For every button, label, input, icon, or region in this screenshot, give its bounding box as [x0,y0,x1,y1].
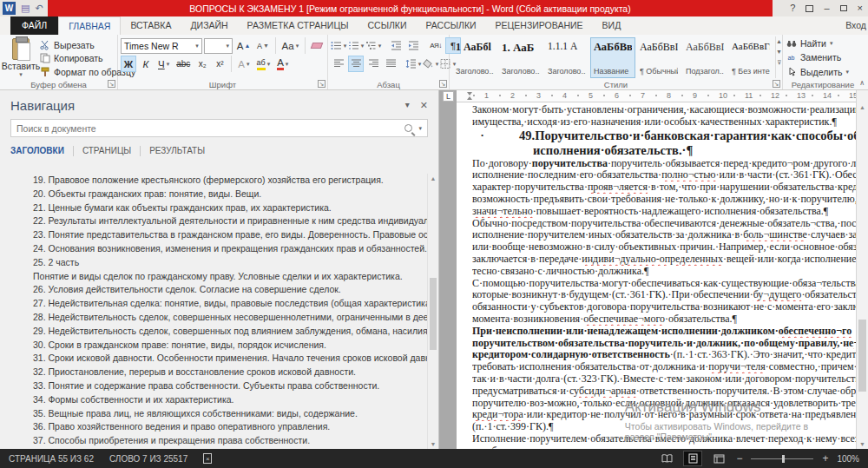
ribbon-tab-вставка[interactable]: ВСТАВКА [121,16,181,35]
increase-indent-button[interactable] [405,37,421,54]
bullet-list-button[interactable]: ▾ [331,37,346,54]
italic-button[interactable]: К [138,56,154,72]
doc-line[interactable]: тесно·связано·с·личностью·должника.¶ [472,266,856,278]
doc-line[interactable]: требовать·исполнения·обязательства·от·до… [472,361,856,373]
indent-markers[interactable] [467,92,473,100]
doc-line[interactable]: значи¬тельно·повышает·вероятность·надлеж… [472,206,856,218]
doc-line[interactable]: предусматриваться·и·субсиди¬арная·ответс… [472,386,856,398]
style-card-обычный[interactable]: АаБбВвІ¶ Обычный [636,37,681,78]
ribbon-tab-ссылки[interactable]: ССЫЛКИ [358,16,416,35]
ribbon-tab-вид[interactable]: ВИД [593,16,631,35]
heading-item[interactable]: 22. Результаты интеллектуальной деятельн… [0,214,427,228]
save-icon[interactable]: ▤ [21,2,30,15]
heading-item[interactable]: 20. Объекты гражданских прав: понятие, в… [0,188,427,201]
zoom-out-button[interactable]: − [736,452,742,465]
style-card-заголово[interactable]: 1.1.1 АЗаголово... [544,37,589,78]
doc-line[interactable]: При·неисполнении·или·ненадлежащем·исполн… [472,326,856,338]
style-card-заголово[interactable]: 1 АаБбlЗаголово... [452,37,497,78]
ribbon-tab-рецензирование[interactable]: РЕЦЕНЗИРОВАНИЕ [486,16,593,35]
search-dropdown-icon[interactable]: ▾ [418,125,422,132]
multilevel-list-button[interactable]: ▾ [365,37,381,54]
nav-tab-страницы[interactable]: СТРАНИЦЫ [74,146,141,156]
text-effects-button[interactable]: А▾ [235,56,252,72]
doc-line[interactable]: характер·поручительства·прояв¬ляется·в·т… [472,181,856,194]
ribbon-tab-рассылки[interactable]: РАССЫЛКИ [417,16,486,35]
doc-line[interactable]: С·помощью·поручительства·могут·обеспечив… [472,278,856,290]
doc-line[interactable]: Законом·могут·быть·установлены·ограничен… [472,104,856,116]
ribbon-tab-главная[interactable]: ГЛАВНАЯ [58,16,121,35]
grow-font-button[interactable]: А▲ [234,37,253,54]
zoom-level[interactable]: 100% [837,454,859,464]
doc-scroll-thumb[interactable] [858,320,866,392]
nav-scrollbar[interactable]: ▲ ▼ [427,174,438,449]
doc-line[interactable]: возможность·предъявить·свои·требования·н… [472,194,856,206]
strikethrough-button[interactable]: abc [174,56,193,72]
styles-gallery-more-icon[interactable]: ⊽ [777,59,781,66]
justify-button[interactable] [383,56,398,72]
underline-button[interactable]: Ч▾ [155,56,172,72]
ribbon-display-options-button[interactable] [806,5,813,12]
paste-button[interactable]: Вставить ▾ [3,36,39,78]
nav-options-icon[interactable]: ▾ [405,100,410,111]
doc-line[interactable]: Обычно·посредством·поручительства·обеспе… [472,218,856,230]
horizontal-ruler[interactable]: 123456789101112131415 [457,90,856,102]
styles-scroll-up-icon[interactable]: ▲ [776,38,782,44]
zoom-slider[interactable] [751,458,813,459]
help-button[interactable]: ? [790,0,795,16]
doc-line[interactable]: имущества,·исходя·из·его·назначения·или·… [472,116,856,129]
doc-scroll-up-icon[interactable]: ▲ [857,104,868,110]
heading-item[interactable]: 33. Понятие и содержание права собственн… [0,379,427,393]
document-page[interactable]: Законом·могут·быть·установлены·ограничен… [457,102,856,449]
line-spacing-button[interactable]: ▾ [405,56,421,72]
heading-item[interactable]: 37. Способы приобретения и прекращения п… [0,434,427,448]
numbered-list-button[interactable]: ▾ [348,37,364,54]
highlight-color-button[interactable]: аб▾ [254,56,273,72]
font-dialog-launcher[interactable]: ↘ [318,80,326,88]
doc-line[interactable]: исполнение·последним·его·обязательства·п… [472,169,856,181]
word-count-indicator[interactable]: СЛОВО 7 ИЗ 25517 [109,454,187,464]
nav-scroll-thumb[interactable] [430,278,437,349]
change-case-button[interactable]: Аа▾ [279,37,301,54]
clipboard-dialog-launcher[interactable]: ↘ [108,80,115,88]
heading-item[interactable]: 30. Сроки в гражданском праве: понятие, … [0,339,427,353]
paragraph-dialog-launcher[interactable]: ↘ [439,80,447,88]
shading-button[interactable]: ▾ [423,56,438,72]
style-card-название[interactable]: АаБбВвНазвание [590,37,635,78]
nav-tab-заголовки[interactable]: ЗАГОЛОВКИ [10,146,74,156]
heading-item[interactable]: 24. Основания возникновения, изменения и… [0,242,427,256]
bold-button[interactable]: Ж [121,56,136,72]
doc-line[interactable]: обязанности·у·субъектов·договора·поручит… [472,301,856,313]
print-layout-button[interactable] [684,452,701,465]
proofing-errors-icon[interactable]: × [203,453,212,464]
tab-stop-selector[interactable]: L [443,91,454,102]
doc-heading-line[interactable]: исполнения·обязательств.·¶ [472,143,856,158]
heading-item[interactable]: 35. Вещные права лиц, не являющихся собс… [0,407,427,421]
doc-line[interactable]: момента·возникновения·обеспечивае¬мого·о… [472,313,856,326]
heading-item[interactable]: 28. Недействительность сделок, совершенн… [0,311,427,325]
replace-button[interactable]: abЗаменить [786,51,860,63]
heading-item[interactable]: 27. Недействительная сделка: понятие, ви… [0,297,427,311]
select-button[interactable]: Выделить▾ [786,66,860,78]
heading-item[interactable]: 29. Недействительность сделок, совершенн… [0,325,427,339]
doc-line[interactable]: так·и·в·части·долга·(ст.·323·ГК).·Вместе… [472,373,856,386]
close-button[interactable]: × [858,0,863,16]
doc-line[interactable]: кредитором·солидарную·ответственность·(п… [472,349,856,361]
nav-scroll-up-icon[interactable]: ▲ [428,175,438,181]
doc-line[interactable]: или·вообще·невозможно·в·силу·объективных… [472,241,856,254]
heading-item[interactable]: 19. Правовое положение крестьянского (фе… [0,174,427,188]
heading-item[interactable]: 26. Условия действительности сделок. Сог… [0,283,427,297]
style-card-подзагол[interactable]: АаБбВвГПодзагол... [682,37,727,78]
nav-scroll-down-icon[interactable]: ▼ [428,441,438,447]
web-layout-button[interactable] [710,452,727,465]
zoom-slider-thumb[interactable] [782,455,785,463]
heading-item[interactable]: 25. 2 часть [0,256,427,270]
file-tab[interactable]: ФАЙЛ [10,16,58,35]
font-color-button[interactable]: А▾ [274,56,291,72]
doc-line[interactable]: которые·возникнут·в·будущем·(ст.·361·ГК)… [472,289,856,301]
styles-dialog-launcher[interactable]: ↘ [773,80,780,88]
nav-close-icon[interactable]: ✕ [420,100,428,111]
doc-line[interactable]: заключается·в·передаче·индиви¬дуально-оп… [472,254,856,266]
search-icon[interactable] [404,124,412,132]
shrink-font-button[interactable]: А▼ [254,37,272,54]
nav-tab-результаты[interactable]: РЕЗУЛЬТАТЫ [141,146,214,156]
